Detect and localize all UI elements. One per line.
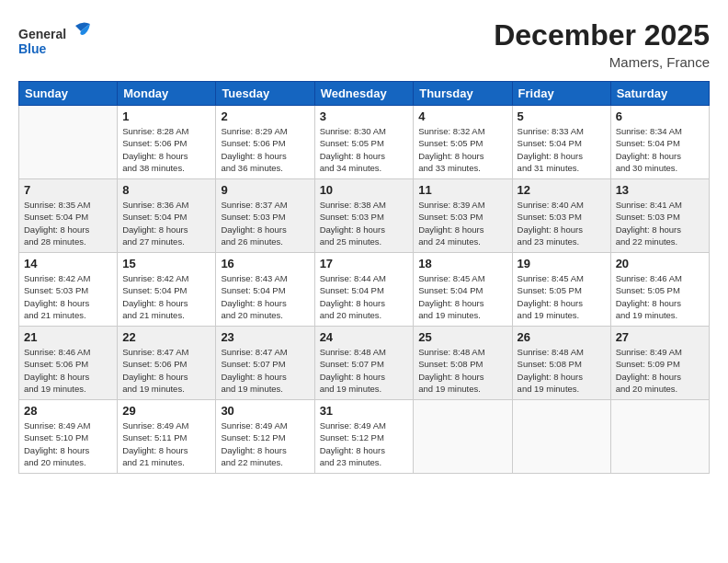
day-info: Sunrise: 8:49 AM Sunset: 5:12 PM Dayligh… [221,419,309,468]
calendar-table: SundayMondayTuesdayWednesdayThursdayFrid… [18,81,710,474]
day-number: 23 [221,330,309,344]
calendar-day-cell: 29Sunrise: 8:49 AM Sunset: 5:11 PM Dayli… [118,400,216,474]
calendar-day-cell: 6Sunrise: 8:34 AM Sunset: 5:04 PM Daylig… [610,106,709,179]
weekday-header: Friday [512,82,610,106]
day-number: 1 [122,109,210,123]
day-number: 27 [616,330,704,344]
page: General Blue December 2025 Mamers, Franc… [0,0,728,563]
calendar-day-cell: 18Sunrise: 8:45 AM Sunset: 5:04 PM Dayli… [414,253,512,327]
calendar-day-cell: 2Sunrise: 8:29 AM Sunset: 5:06 PM Daylig… [216,106,314,179]
svg-text:Blue: Blue [18,41,47,56]
day-number: 5 [518,109,606,123]
day-number: 19 [518,257,606,270]
day-number: 28 [24,404,112,418]
calendar-day-cell: 20Sunrise: 8:46 AM Sunset: 5:05 PM Dayli… [610,253,709,327]
calendar-day-cell [414,400,512,474]
svg-text:General: General [18,27,66,41]
day-info: Sunrise: 8:42 AM Sunset: 5:03 PM Dayligh… [24,272,112,321]
day-info: Sunrise: 8:30 AM Sunset: 5:05 PM Dayligh… [320,125,409,174]
day-info: Sunrise: 8:49 AM Sunset: 5:11 PM Dayligh… [122,419,210,468]
day-number: 26 [518,330,606,344]
day-number: 6 [616,109,704,123]
day-number: 12 [518,183,606,197]
calendar-day-cell: 26Sunrise: 8:48 AM Sunset: 5:08 PM Dayli… [512,327,610,400]
day-info: Sunrise: 8:45 AM Sunset: 5:05 PM Dayligh… [518,272,606,321]
calendar-day-cell: 12Sunrise: 8:40 AM Sunset: 5:03 PM Dayli… [512,179,610,253]
day-number: 11 [418,183,506,197]
day-number: 22 [122,330,210,344]
day-info: Sunrise: 8:49 AM Sunset: 5:10 PM Dayligh… [24,419,112,468]
day-info: Sunrise: 8:34 AM Sunset: 5:04 PM Dayligh… [616,125,704,174]
day-number: 31 [320,404,409,418]
day-number: 14 [24,257,112,270]
calendar-day-cell: 4Sunrise: 8:32 AM Sunset: 5:05 PM Daylig… [414,106,512,179]
day-info: Sunrise: 8:49 AM Sunset: 5:12 PM Dayligh… [320,419,409,468]
day-info: Sunrise: 8:35 AM Sunset: 5:04 PM Dayligh… [24,199,112,247]
logo-svg: General Blue [18,18,101,59]
calendar-day-cell: 17Sunrise: 8:44 AM Sunset: 5:04 PM Dayli… [314,253,414,327]
calendar-header-row: SundayMondayTuesdayWednesdayThursdayFrid… [19,82,710,106]
day-info: Sunrise: 8:46 AM Sunset: 5:06 PM Dayligh… [24,346,112,395]
day-info: Sunrise: 8:33 AM Sunset: 5:04 PM Dayligh… [518,125,606,174]
weekday-header: Monday [118,82,216,106]
calendar-day-cell: 10Sunrise: 8:38 AM Sunset: 5:03 PM Dayli… [314,179,414,253]
calendar-day-cell: 15Sunrise: 8:42 AM Sunset: 5:04 PM Dayli… [118,253,216,327]
calendar-day-cell: 13Sunrise: 8:41 AM Sunset: 5:03 PM Dayli… [610,179,709,253]
day-info: Sunrise: 8:37 AM Sunset: 5:03 PM Dayligh… [221,199,309,247]
calendar-day-cell: 16Sunrise: 8:43 AM Sunset: 5:04 PM Dayli… [216,253,314,327]
calendar-day-cell: 27Sunrise: 8:49 AM Sunset: 5:09 PM Dayli… [610,327,709,400]
location: Mamers, France [494,54,710,70]
day-info: Sunrise: 8:48 AM Sunset: 5:07 PM Dayligh… [320,346,409,395]
calendar-week-row: 14Sunrise: 8:42 AM Sunset: 5:03 PM Dayli… [19,253,710,327]
day-number: 24 [320,330,409,344]
calendar-day-cell [19,106,118,179]
weekday-header: Tuesday [216,82,314,106]
day-info: Sunrise: 8:45 AM Sunset: 5:04 PM Dayligh… [418,272,506,321]
calendar-day-cell: 5Sunrise: 8:33 AM Sunset: 5:04 PM Daylig… [512,106,610,179]
month-title: December 2025 [494,18,710,52]
day-number: 4 [418,109,506,123]
day-info: Sunrise: 8:29 AM Sunset: 5:06 PM Dayligh… [221,125,309,174]
day-info: Sunrise: 8:47 AM Sunset: 5:07 PM Dayligh… [221,346,309,395]
title-block: December 2025 Mamers, France [494,18,710,70]
day-number: 17 [320,257,409,270]
weekday-header: Wednesday [314,82,414,106]
day-number: 7 [24,183,112,197]
day-number: 20 [616,257,704,270]
day-info: Sunrise: 8:48 AM Sunset: 5:08 PM Dayligh… [518,346,606,395]
weekday-header: Thursday [414,82,512,106]
day-number: 16 [221,257,309,270]
day-info: Sunrise: 8:41 AM Sunset: 5:03 PM Dayligh… [616,199,704,247]
day-number: 3 [320,109,409,123]
calendar-day-cell: 30Sunrise: 8:49 AM Sunset: 5:12 PM Dayli… [216,400,314,474]
day-number: 9 [221,183,309,197]
calendar-day-cell: 3Sunrise: 8:30 AM Sunset: 5:05 PM Daylig… [314,106,414,179]
day-number: 13 [616,183,704,197]
day-number: 21 [24,330,112,344]
weekday-header: Saturday [610,82,709,106]
day-info: Sunrise: 8:47 AM Sunset: 5:06 PM Dayligh… [122,346,210,395]
header: General Blue December 2025 Mamers, Franc… [18,18,710,70]
calendar-week-row: 21Sunrise: 8:46 AM Sunset: 5:06 PM Dayli… [19,327,710,400]
day-number: 2 [221,109,309,123]
logo: General Blue [18,18,101,59]
calendar-week-row: 1Sunrise: 8:28 AM Sunset: 5:06 PM Daylig… [19,106,710,179]
calendar-week-row: 28Sunrise: 8:49 AM Sunset: 5:10 PM Dayli… [19,400,710,474]
day-number: 15 [122,257,210,270]
day-info: Sunrise: 8:39 AM Sunset: 5:03 PM Dayligh… [418,199,506,247]
day-number: 29 [122,404,210,418]
day-info: Sunrise: 8:48 AM Sunset: 5:08 PM Dayligh… [418,346,506,395]
day-info: Sunrise: 8:42 AM Sunset: 5:04 PM Dayligh… [122,272,210,321]
day-number: 18 [418,257,506,270]
day-info: Sunrise: 8:32 AM Sunset: 5:05 PM Dayligh… [418,125,506,174]
calendar-day-cell: 19Sunrise: 8:45 AM Sunset: 5:05 PM Dayli… [512,253,610,327]
day-info: Sunrise: 8:49 AM Sunset: 5:09 PM Dayligh… [616,346,704,395]
calendar-day-cell: 7Sunrise: 8:35 AM Sunset: 5:04 PM Daylig… [19,179,118,253]
weekday-header: Sunday [19,82,118,106]
day-info: Sunrise: 8:43 AM Sunset: 5:04 PM Dayligh… [221,272,309,321]
calendar-week-row: 7Sunrise: 8:35 AM Sunset: 5:04 PM Daylig… [19,179,710,253]
calendar-day-cell: 28Sunrise: 8:49 AM Sunset: 5:10 PM Dayli… [19,400,118,474]
calendar-day-cell: 25Sunrise: 8:48 AM Sunset: 5:08 PM Dayli… [414,327,512,400]
calendar-day-cell: 23Sunrise: 8:47 AM Sunset: 5:07 PM Dayli… [216,327,314,400]
calendar-day-cell: 8Sunrise: 8:36 AM Sunset: 5:04 PM Daylig… [118,179,216,253]
